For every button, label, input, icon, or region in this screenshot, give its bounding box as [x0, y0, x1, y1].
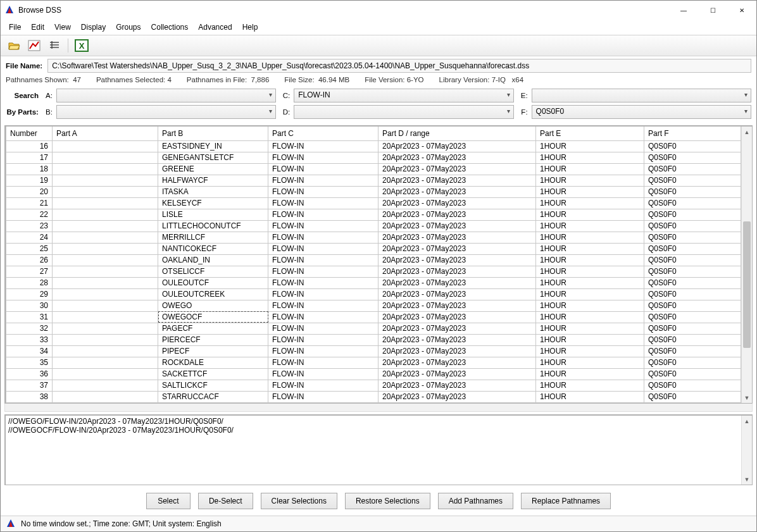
table-row[interactable]: 27OTSELICCFFLOW-IN20Apr2023 - 07May20231… — [6, 266, 741, 277]
close-button[interactable]: ✕ — [727, 1, 756, 20]
restore-selections-button[interactable]: Restore Selections — [345, 493, 430, 509]
clear-selections-button[interactable]: Clear Selections — [261, 493, 337, 509]
cell-e[interactable]: 1HOUR — [536, 266, 644, 277]
cell-c[interactable]: FLOW-IN — [268, 197, 378, 209]
filter-a-combo[interactable] — [56, 89, 276, 102]
cell-num[interactable]: 33 — [6, 334, 53, 345]
cell-a[interactable] — [53, 277, 158, 288]
menu-collections[interactable]: Collections — [147, 21, 193, 34]
col-header[interactable]: Part B — [158, 127, 268, 140]
cell-d[interactable]: 20Apr2023 - 07May2023 — [378, 288, 536, 300]
cell-b[interactable]: LISLE — [158, 209, 268, 220]
cell-num[interactable]: 32 — [6, 323, 53, 334]
cell-a[interactable] — [53, 334, 158, 345]
cell-f[interactable]: Q0S0F0 — [644, 277, 741, 288]
cell-e[interactable]: 1HOUR — [536, 300, 644, 311]
filter-e-combo[interactable] — [532, 89, 751, 102]
replace-pathnames-button[interactable]: Replace Pathnames — [521, 493, 611, 509]
table-row[interactable]: 17GENEGANTSLETCFFLOW-IN20Apr2023 - 07May… — [6, 152, 741, 163]
cell-d[interactable]: 20Apr2023 - 07May2023 — [378, 311, 536, 323]
cell-f[interactable]: Q0S0F0 — [644, 175, 741, 186]
filter-b-combo[interactable] — [56, 105, 276, 119]
cell-b[interactable]: NANTICOKECF — [158, 243, 268, 254]
col-header[interactable]: Part F — [644, 127, 741, 140]
filter-d-combo[interactable] — [294, 105, 513, 119]
cell-f[interactable]: Q0S0F0 — [644, 140, 741, 152]
cell-c[interactable]: FLOW-IN — [268, 380, 378, 391]
cell-e[interactable]: 1HOUR — [536, 232, 644, 243]
cell-e[interactable]: 1HOUR — [536, 311, 644, 323]
cell-e[interactable]: 1HOUR — [536, 288, 644, 300]
table-row[interactable]: 37SALTLICKCFFLOW-IN20Apr2023 - 07May2023… — [6, 380, 741, 391]
table-vscrollbar[interactable]: ▲ ▼ — [741, 127, 752, 403]
cell-b[interactable]: LITTLECHOCONUTCF — [158, 220, 268, 232]
col-header[interactable]: Number — [6, 127, 53, 140]
cell-c[interactable]: FLOW-IN — [268, 266, 378, 277]
cell-c[interactable]: FLOW-IN — [268, 300, 378, 311]
cell-f[interactable]: Q0S0F0 — [644, 368, 741, 380]
col-header[interactable]: Part E — [536, 127, 644, 140]
cell-f[interactable]: Q0S0F0 — [644, 300, 741, 311]
table-row[interactable]: 36SACKETTCFFLOW-IN20Apr2023 - 07May20231… — [6, 368, 741, 380]
cell-num[interactable]: 38 — [6, 391, 53, 402]
cell-d[interactable]: 20Apr2023 - 07May2023 — [378, 254, 536, 266]
cell-b[interactable]: OULEOUTCF — [158, 277, 268, 288]
cell-num[interactable]: 21 — [6, 197, 53, 209]
cell-num[interactable]: 27 — [6, 266, 53, 277]
cell-b[interactable]: PAGECF — [158, 323, 268, 334]
scroll-up-icon[interactable]: ▲ — [742, 127, 752, 137]
minimize-button[interactable]: — — [669, 1, 698, 20]
cell-num[interactable]: 29 — [6, 288, 53, 300]
cell-f[interactable]: Q0S0F0 — [644, 266, 741, 277]
selected-pathnames-list[interactable]: //OWEGO/FLOW-IN/20Apr2023 - 07May2023/1H… — [4, 414, 753, 485]
cell-num[interactable]: 22 — [6, 209, 53, 220]
table-hscrollbar[interactable] — [4, 404, 753, 412]
cell-d[interactable]: 20Apr2023 - 07May2023 — [378, 380, 536, 391]
filter-f-combo[interactable]: Q0S0F0 — [532, 105, 751, 119]
table-row[interactable]: 33PIERCECFFLOW-IN20Apr2023 - 07May20231H… — [6, 334, 741, 345]
cell-num[interactable]: 25 — [6, 243, 53, 254]
cell-a[interactable] — [53, 345, 158, 357]
table-row[interactable]: 26OAKLAND_INFLOW-IN20Apr2023 - 07May2023… — [6, 254, 741, 266]
table-row[interactable]: 29OULEOUTCREEKFLOW-IN20Apr2023 - 07May20… — [6, 288, 741, 300]
pathnames-table[interactable]: NumberPart APart BPart CPart D / rangePa… — [6, 127, 741, 403]
cell-e[interactable]: 1HOUR — [536, 357, 644, 368]
cell-c[interactable]: FLOW-IN — [268, 209, 378, 220]
cell-a[interactable] — [53, 209, 158, 220]
scroll-up-icon[interactable]: ▲ — [742, 416, 752, 426]
cell-a[interactable] — [53, 220, 158, 232]
cell-b[interactable]: OWEGOCF — [158, 311, 268, 323]
cell-e[interactable]: 1HOUR — [536, 197, 644, 209]
table-row[interactable]: 20ITASKAFLOW-IN20Apr2023 - 07May20231HOU… — [6, 186, 741, 197]
cell-b[interactable]: KELSEYCF — [158, 197, 268, 209]
cell-f[interactable]: Q0S0F0 — [644, 323, 741, 334]
cell-e[interactable]: 1HOUR — [536, 140, 644, 152]
cell-f[interactable]: Q0S0F0 — [644, 209, 741, 220]
table-row[interactable]: 19HALFWAYCFFLOW-IN20Apr2023 - 07May20231… — [6, 175, 741, 186]
table-row[interactable]: 25NANTICOKECFFLOW-IN20Apr2023 - 07May202… — [6, 243, 741, 254]
cell-c[interactable]: FLOW-IN — [268, 391, 378, 402]
tabulate-icon[interactable] — [46, 37, 63, 54]
cell-num[interactable]: 23 — [6, 220, 53, 232]
cell-b[interactable]: OAKLAND_IN — [158, 254, 268, 266]
cell-c[interactable]: FLOW-IN — [268, 243, 378, 254]
cell-b[interactable]: PIPECF — [158, 345, 268, 357]
list-item[interactable]: //OWEGO/FLOW-IN/20Apr2023 - 07May2023/1H… — [8, 417, 739, 426]
cell-a[interactable] — [53, 391, 158, 402]
cell-c[interactable]: FLOW-IN — [268, 345, 378, 357]
cell-d[interactable]: 20Apr2023 - 07May2023 — [378, 300, 536, 311]
cell-num[interactable]: 20 — [6, 186, 53, 197]
menu-display[interactable]: Display — [77, 21, 110, 34]
cell-e[interactable]: 1HOUR — [536, 163, 644, 175]
cell-f[interactable]: Q0S0F0 — [644, 391, 741, 402]
cell-b[interactable]: STARRUCCACF — [158, 391, 268, 402]
cell-f[interactable]: Q0S0F0 — [644, 254, 741, 266]
cell-b[interactable]: ITASKA — [158, 186, 268, 197]
cell-e[interactable]: 1HOUR — [536, 391, 644, 402]
cell-e[interactable]: 1HOUR — [536, 323, 644, 334]
col-header[interactable]: Part A — [53, 127, 158, 140]
plot-icon[interactable] — [26, 37, 42, 54]
cell-c[interactable]: FLOW-IN — [268, 254, 378, 266]
menu-groups[interactable]: Groups — [111, 21, 145, 34]
open-file-icon[interactable] — [6, 37, 22, 54]
